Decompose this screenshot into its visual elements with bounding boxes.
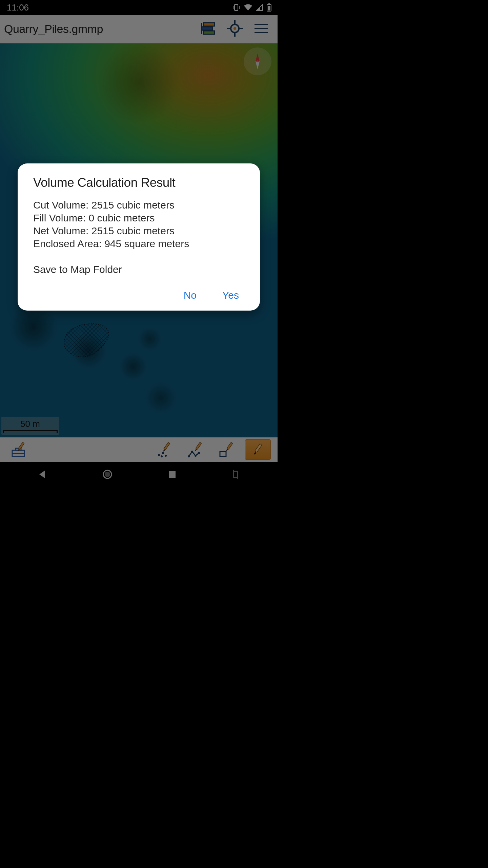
volume-result-dialog: Volume Calculation Result Cut Volume: 25… [18,163,260,311]
screen: 50 m Quarry_Piles.gmmp [0,0,278,488]
save-prompt: Save to Map Folder [33,263,244,276]
fill-volume-line: Fill Volume: 0 cubic meters [33,212,244,224]
dialog-title: Volume Calculation Result [33,176,244,190]
no-button[interactable]: No [180,288,200,303]
area-line: Enclosed Area: 945 square meters [33,237,244,250]
cut-volume-line: Cut Volume: 2515 cubic meters [33,199,244,212]
net-volume-line: Net Volume: 2515 cubic meters [33,224,244,237]
yes-button[interactable]: Yes [219,288,242,303]
dialog-body: Cut Volume: 2515 cubic meters Fill Volum… [33,199,244,276]
